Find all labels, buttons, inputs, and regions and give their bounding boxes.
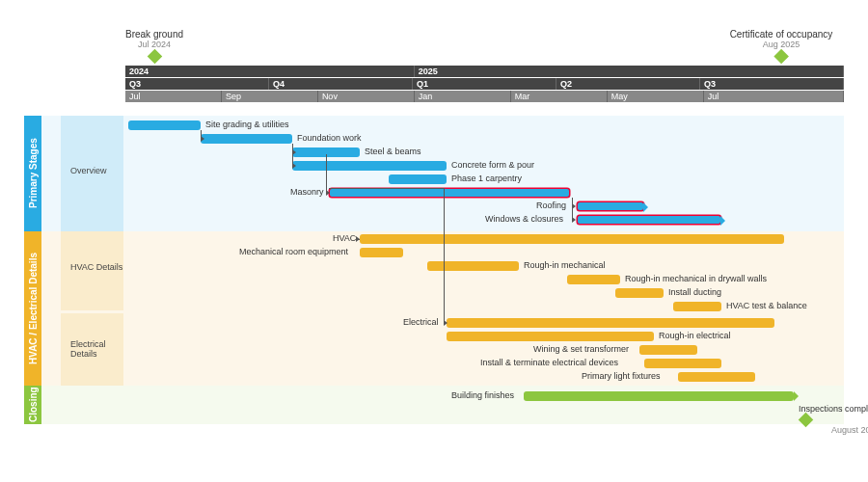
diamond-icon <box>773 49 789 65</box>
lane-hvac-electrical: HVAC / Electrical Details HVAC Details E… <box>24 231 844 386</box>
task-bar[interactable] <box>389 174 447 184</box>
dependency-connector <box>326 154 327 193</box>
lane-body: Building finishes Inspections complete A… <box>41 386 844 424</box>
month-cell: May <box>608 91 704 102</box>
task-label: Install & terminate electrical devices <box>480 358 618 367</box>
quarter-cell: Q2 <box>556 78 700 90</box>
task-label: Install ducting <box>668 287 721 297</box>
task-label: HVAC <box>333 233 356 243</box>
task-label: Building finishes <box>451 390 514 400</box>
lane-body: Overview Site grading & utilities Founda… <box>41 116 844 231</box>
task-bar[interactable] <box>447 318 774 328</box>
lane-tab: Closing <box>24 386 41 424</box>
task-bar-critical[interactable] <box>577 215 721 225</box>
task-bar[interactable] <box>567 275 620 284</box>
task-label: HVAC test & balance <box>726 301 807 310</box>
task-bar[interactable] <box>447 332 654 341</box>
task-label: Electrical <box>403 317 439 327</box>
task-label: Roofing <box>536 201 566 210</box>
task-label: Primary light fixtures <box>582 371 661 381</box>
month-cell: Jan <box>415 91 511 102</box>
milestone-cert-occupancy: Certificate of occupancy Aug 2025 <box>730 29 833 62</box>
task-bar[interactable] <box>644 359 721 368</box>
dependency-arrow-icon <box>292 149 296 155</box>
group-label: Overview <box>70 166 123 175</box>
milestone-label: Certificate of occupancy <box>730 29 833 40</box>
timeline-header: 2024 2025 Q3 Q4 Q1 Q2 Q3 Jul Sep Nov Jan… <box>125 66 844 103</box>
dependency-arrow-icon <box>326 190 330 196</box>
task-bar[interactable] <box>678 372 755 382</box>
lane-primary-stages: Primary Stages Overview Site grading & u… <box>24 116 844 231</box>
task-bar[interactable] <box>673 302 721 311</box>
dependency-arrow-icon <box>292 163 296 169</box>
lane-tab: Primary Stages <box>24 116 41 231</box>
diamond-icon <box>147 49 162 65</box>
dependency-arrow-icon <box>444 320 448 326</box>
task-bar[interactable] <box>360 248 403 257</box>
milestone-label: Break ground <box>125 29 183 40</box>
milestone-break-ground: Break ground Jul 2024 <box>125 29 183 62</box>
month-cell: Nov <box>318 91 415 102</box>
month-cell: Mar <box>511 91 608 102</box>
gantt-chart: Break ground Jul 2024 Certificate of occ… <box>0 0 868 482</box>
task-label: Rough-in electrical <box>659 331 731 340</box>
dependency-arrow-icon <box>572 217 576 223</box>
quarter-cell: Q3 <box>700 78 844 90</box>
quarter-cell: Q4 <box>269 78 413 90</box>
dependency-arrow-icon <box>201 136 204 142</box>
task-bar[interactable] <box>615 288 664 298</box>
task-label: Rough-in mechanical in drywall walls <box>625 274 767 283</box>
task-bar[interactable] <box>639 345 697 355</box>
task-bar[interactable] <box>201 134 292 144</box>
task-label: Windows & closures <box>485 214 563 224</box>
task-label: Site grading & utilities <box>205 120 289 129</box>
dependency-connector <box>329 188 444 189</box>
lane-tab: HVAC / Electrical Details <box>24 231 41 386</box>
task-bar[interactable] <box>524 391 794 401</box>
task-bar[interactable] <box>292 161 447 171</box>
month-cell: Sep <box>222 91 318 102</box>
task-bar-critical[interactable] <box>329 188 570 198</box>
group-label: Electrical Details <box>70 339 123 359</box>
milestone-inspections: Inspections complete August 2025 <box>799 403 868 435</box>
task-label: Mechanical room equipment <box>239 247 348 256</box>
diamond-icon <box>799 413 814 428</box>
task-label: Steel & beams <box>365 147 421 156</box>
task-label: Concrete form & pour <box>451 160 534 170</box>
lane-closing: Closing Building finishes Inspections co… <box>24 386 844 424</box>
task-label: Foundation work <box>297 133 362 143</box>
task-bar[interactable] <box>427 261 519 271</box>
timeline-years: 2024 2025 <box>125 66 844 78</box>
timeline-months: Jul Sep Nov Jan Mar May Jul <box>125 91 844 103</box>
task-label: Masonry <box>290 187 324 197</box>
task-label: Rough-in mechanical <box>524 260 606 270</box>
month-cell: Jul <box>125 91 222 102</box>
task-bar-critical[interactable] <box>577 201 644 211</box>
task-bar[interactable] <box>360 234 784 244</box>
quarter-cell: Q3 <box>125 78 269 90</box>
dependency-connector <box>444 188 445 323</box>
year-cell: 2024 <box>125 66 415 77</box>
dependency-arrow-icon <box>572 203 576 209</box>
lane-body: HVAC Details Electrical Details HVAC Mec… <box>41 231 844 386</box>
task-bar[interactable] <box>128 120 201 130</box>
quarter-cell: Q1 <box>413 78 556 90</box>
milestone-date: August 2025 <box>799 425 868 435</box>
month-cell: Jul <box>704 91 844 102</box>
milestone-label: Inspections complete <box>799 404 868 414</box>
group-label: HVAC Details <box>70 262 123 272</box>
timeline-quarters: Q3 Q4 Q1 Q2 Q3 <box>125 78 844 91</box>
task-label: Wining & set transformer <box>533 344 629 354</box>
year-cell: 2025 <box>415 66 844 77</box>
task-label: Phase 1 carpentry <box>451 174 522 183</box>
dependency-arrow-icon <box>356 236 360 242</box>
milestone-date: Aug 2025 <box>730 40 833 49</box>
